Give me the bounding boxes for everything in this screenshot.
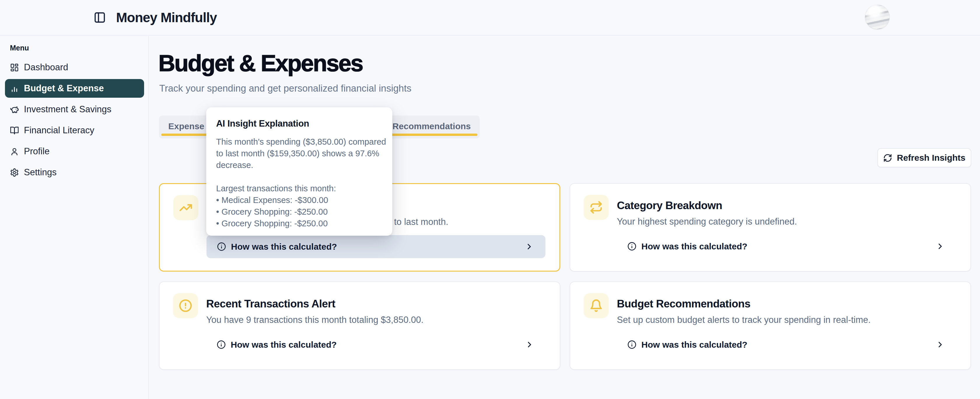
tooltip-bullet: • Grocery Shopping: -$250.00 (216, 218, 382, 229)
chevron-right-icon (935, 340, 945, 349)
tooltip-paragraph-line: decrease. (216, 159, 382, 171)
how-calculated-label: How was this calculated? (641, 242, 747, 251)
card-description: to last month. (394, 217, 448, 227)
app-window: Money Mindfully Menu Dashboard Budget & … (0, 0, 980, 399)
piggy-bank-icon (10, 105, 19, 114)
ai-insight-tooltip: AI Insight Explanation This month's spen… (206, 107, 392, 236)
tooltip-spacer (216, 171, 382, 183)
sidebar-item-settings[interactable]: Settings (5, 163, 144, 182)
app-header: Money Mindfully (0, 0, 980, 36)
page-subtitle: Track your spending and get personalized… (159, 83, 412, 94)
insight-card-budget-recommendations: Budget Recommendations Set up custom bud… (570, 281, 971, 370)
alert-circle-icon (173, 293, 198, 318)
sidebar-nav: Dashboard Budget & Expense Investment & … (0, 58, 148, 182)
card-description: You have 9 transactions this month total… (206, 315, 423, 325)
refresh-icon (883, 153, 892, 162)
sidebar-item-label: Investment & Savings (24, 104, 111, 114)
chevron-right-icon (525, 242, 534, 251)
sidebar-item-label: Financial Literacy (24, 125, 94, 136)
how-calculated-button[interactable]: How was this calculated? (206, 333, 546, 356)
insight-card-recent-transactions: Recent Transactions Alert You have 9 tra… (159, 281, 560, 370)
bell-icon (584, 293, 609, 318)
card-description: Set up custom budget alerts to track you… (617, 315, 870, 325)
sidebar-item-label: Dashboard (24, 62, 68, 73)
sidebar-item-investment-savings[interactable]: Investment & Savings (5, 100, 144, 119)
chevron-right-icon (525, 340, 534, 349)
sidebar-item-profile[interactable]: Profile (5, 142, 144, 161)
refresh-insights-button[interactable]: Refresh Insights (877, 148, 971, 167)
page-title: Budget & Expenses (158, 51, 363, 76)
chevron-right-icon (935, 242, 945, 251)
info-icon (627, 340, 636, 349)
sidebar-item-dashboard[interactable]: Dashboard (5, 58, 144, 77)
card-title: Recent Transactions Alert (206, 298, 336, 310)
tooltip-list-header: Largest transactions this month: (216, 183, 382, 194)
how-calculated-label: How was this calculated? (231, 242, 337, 252)
book-open-icon (10, 126, 19, 135)
card-title: Category Breakdown (617, 199, 722, 212)
refresh-insights-label: Refresh Insights (897, 153, 966, 163)
tooltip-bullet: • Grocery Shopping: -$250.00 (216, 206, 382, 218)
tooltip-body: This month's spending ($3,850.00) compar… (216, 136, 382, 229)
card-title: Budget Recommendations (617, 298, 751, 310)
tooltip-title: AI Insight Explanation (216, 118, 382, 129)
trending-up-icon (173, 195, 198, 220)
sidebar-toggle-button[interactable] (92, 10, 107, 25)
how-calculated-label: How was this calculated? (231, 340, 337, 350)
how-calculated-button[interactable]: How was this calculated? (617, 333, 956, 356)
sidebar-item-financial-literacy[interactable]: Financial Literacy (5, 121, 144, 140)
card-description: Your highest spending category is undefi… (617, 216, 797, 227)
gear-icon (10, 168, 19, 177)
insight-card-category-breakdown: Category Breakdown Your highest spending… (570, 183, 971, 272)
sidebar-item-label: Profile (24, 146, 49, 157)
info-icon (217, 340, 226, 349)
avatar[interactable] (865, 5, 889, 29)
sidebar-item-budget-expense[interactable]: Budget & Expense (5, 79, 144, 98)
how-calculated-button[interactable]: How was this calculated? (207, 235, 546, 258)
sidebar: Menu Dashboard Budget & Expense Investme… (0, 36, 149, 399)
tooltip-paragraph-line: to last month ($159,350.00) shows a 97.6… (216, 148, 382, 159)
sidebar-item-label: Settings (24, 167, 57, 178)
tooltip-paragraph-line: This month's spending ($3,850.00) compar… (216, 136, 382, 148)
app-title: Money Mindfully (116, 10, 217, 25)
how-calculated-label: How was this calculated? (641, 340, 747, 350)
how-calculated-button[interactable]: How was this calculated? (617, 235, 956, 258)
info-icon (627, 242, 636, 251)
tooltip-bullet: • Medical Expenses: -$300.00 (216, 194, 382, 206)
repeat-icon (584, 195, 609, 220)
sidebar-item-label: Budget & Expense (24, 83, 104, 94)
bar-chart-icon (10, 84, 19, 93)
panel-left-icon (94, 11, 106, 24)
dashboard-icon (10, 63, 19, 72)
info-icon (217, 242, 226, 251)
sidebar-menu-label: Menu (10, 44, 148, 52)
user-icon (10, 147, 19, 156)
